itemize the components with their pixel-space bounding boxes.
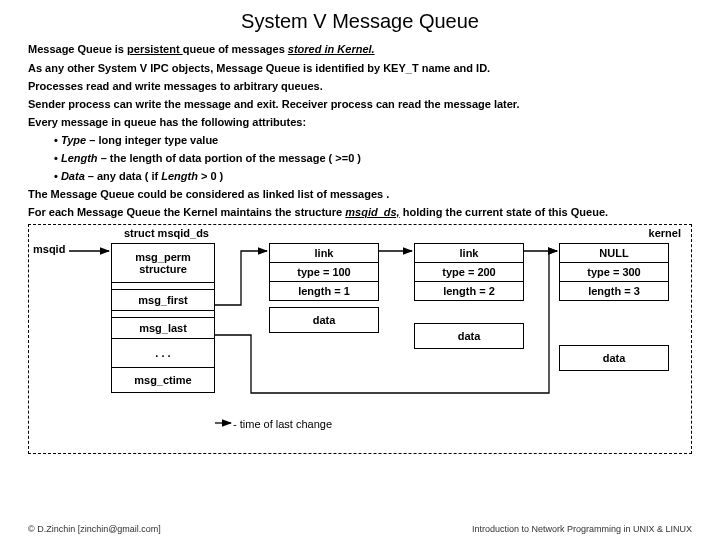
- intro-line: Message Queue is persistent queue of mes…: [28, 43, 692, 55]
- body-line: Every message in queue has the following…: [28, 116, 692, 128]
- node-type: type = 200: [414, 263, 524, 282]
- body-line: For each Message Queue the Kernel mainta…: [28, 206, 692, 218]
- t: – any data ( if: [85, 170, 161, 182]
- t: stored in Kernel.: [288, 43, 375, 55]
- msg-node: link type = 100 length = 1 data: [269, 243, 379, 333]
- t: holding the current state of this Queue.: [400, 206, 608, 218]
- body-line: Sender process can write the message and…: [28, 98, 692, 110]
- body-line: As any other System V IPC objects, Messa…: [28, 62, 692, 74]
- footer: © D.Zinchin [zinchin@gmail.com] Introduc…: [28, 524, 692, 534]
- t: Length: [61, 152, 98, 164]
- msg-node: link type = 200 length = 2 data: [414, 243, 524, 349]
- kernel-label: kernel: [649, 227, 681, 239]
- time-change-note: - time of last change: [233, 418, 332, 430]
- body-line: The Message Queue could be considered as…: [28, 188, 692, 200]
- node-link: NULL: [559, 243, 669, 263]
- node-data: data: [269, 307, 379, 333]
- node-type: type = 300: [559, 263, 669, 282]
- field-msg-ctime: msg_ctime: [111, 368, 215, 393]
- field-ellipsis: . . .: [111, 339, 215, 368]
- t: Data: [61, 170, 85, 182]
- t: – the length of data portion of the mess…: [98, 152, 361, 164]
- t: queue of messages: [183, 43, 288, 55]
- node-link: link: [414, 243, 524, 263]
- t: persistent: [127, 43, 183, 55]
- node-length: length = 2: [414, 282, 524, 301]
- footer-right: Introduction to Network Programming in U…: [472, 524, 692, 534]
- node-length: length = 1: [269, 282, 379, 301]
- node-data: data: [559, 345, 669, 371]
- footer-left: © D.Zinchin [zinchin@gmail.com]: [28, 524, 161, 534]
- struct-fields: msg_perm structure msg_first msg_last . …: [111, 243, 215, 393]
- bullet-list: • Type – long integer type value • Lengt…: [54, 134, 692, 182]
- page-title: System V Message Queue: [28, 10, 692, 33]
- node-data: data: [414, 323, 524, 349]
- node-link: link: [269, 243, 379, 263]
- t: > 0 ): [198, 170, 223, 182]
- t: Message Queue is: [28, 43, 127, 55]
- struct-title: struct msqid_ds: [124, 227, 209, 239]
- kernel-diagram: kernel struct msqid_ds msqid msg_perm st…: [28, 224, 692, 454]
- t: msqid_ds,: [345, 206, 399, 218]
- t: – long integer type value: [86, 134, 218, 146]
- field-msg-perm: msg_perm structure: [111, 243, 215, 283]
- field-msg-last: msg_last: [111, 317, 215, 339]
- t: Length: [161, 170, 198, 182]
- body-line: Processes read and write messages to arb…: [28, 80, 692, 92]
- msg-node: NULL type = 300 length = 3 data: [559, 243, 669, 371]
- t: Type: [61, 134, 86, 146]
- field-msg-first: msg_first: [111, 289, 215, 311]
- node-type: type = 100: [269, 263, 379, 282]
- t: For each Message Queue the Kernel mainta…: [28, 206, 345, 218]
- node-length: length = 3: [559, 282, 669, 301]
- msqid-label: msqid: [33, 243, 65, 255]
